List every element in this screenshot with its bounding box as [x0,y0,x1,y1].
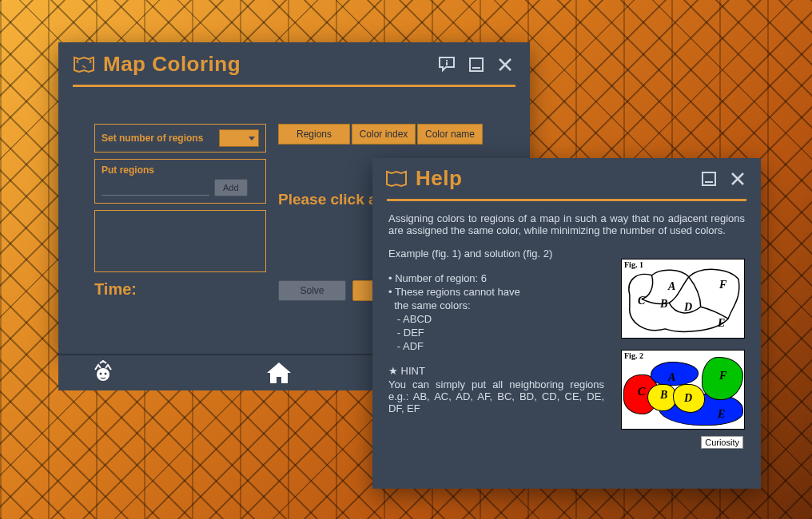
fig1-label: Fig. 1 [624,260,643,269]
help-hint-text: You can simply put all neighboring regio… [388,378,604,414]
svg-point-7 [100,373,102,375]
time-label: Time: [94,280,266,299]
help-bullet-1: • Number of region: 6 [388,272,604,284]
help-group-3: - ADF [388,340,604,352]
put-regions-input[interactable] [102,180,209,196]
regions-list-box [94,210,266,272]
help-window: Help Assigning colors to regions of a ma… [372,158,761,489]
main-title: Map Coloring [103,52,241,77]
svg-rect-9 [703,172,715,185]
home-icon[interactable] [263,357,295,389]
fig2-region-d: D [684,392,692,405]
fig2-region-a: A [668,371,675,384]
set-regions-label: Set number of regions [102,133,214,144]
tab-color-index[interactable]: Color index [352,124,416,145]
help-body: Assigning colors to regions of a map in … [372,201,761,473]
help-intro: Assigning colors to regions of a map in … [388,212,745,236]
help-hint-label: ★ HINT [388,365,604,377]
help-title: Help [416,166,462,191]
app-logo-icon [73,56,95,73]
left-controls: Set number of regions Put regions Add Ti… [94,124,266,299]
fig2-region-c: C [638,386,645,398]
fig2-region-b: B [660,389,667,402]
figure-1: Fig. 1 A B C D E F [621,259,745,339]
fig1-region-f: F [719,279,726,291]
fig1-region-a: A [668,280,675,293]
help-group-1: - ABCD [388,313,604,325]
mascot-icon[interactable] [87,357,119,389]
tab-color-name[interactable]: Color name [417,124,483,145]
fig1-region-d: D [684,301,692,314]
chevron-down-icon [249,137,255,141]
help-logo-icon [385,170,408,188]
info-icon[interactable] [437,54,458,75]
minimize-icon[interactable] [466,54,487,75]
fig2-region-e: E [718,408,725,421]
help-titlebar: Help [372,158,761,194]
fig1-region-b: B [660,298,667,311]
help-group-2: - DEF [388,327,604,339]
put-regions-field: Put regions Add [94,159,266,204]
solve-button[interactable]: Solve [278,280,346,301]
fig1-region-e: E [718,317,725,330]
fig2-label: Fig. 2 [624,351,643,360]
figure-2: Fig. 2 A B C D E F [621,350,745,430]
fig2-region-f: F [719,370,726,382]
svg-rect-0 [446,60,448,61]
main-titlebar: Map Coloring [58,42,530,80]
set-regions-field: Set number of regions [94,124,266,153]
result-tabs: Regions Color index Color name [278,124,518,145]
help-bullet-2: • These regions cannot have [388,286,604,298]
add-button[interactable]: Add [214,179,248,196]
tab-regions[interactable]: Regions [278,124,350,145]
regions-count-dropdown[interactable] [219,129,259,147]
help-example-line: Example (fig. 1) and solution (fig. 2) [388,248,604,260]
fig1-region-c: C [638,295,645,307]
svg-rect-1 [446,62,448,65]
svg-rect-2 [470,58,483,71]
put-regions-label: Put regions [102,164,259,176]
svg-point-8 [105,373,107,375]
curiosity-button[interactable]: Curiosity [701,436,743,449]
help-bullet-2b: the same colors: [388,299,604,311]
help-close-icon[interactable] [727,168,748,189]
help-minimize-icon[interactable] [699,168,719,189]
main-divider [73,85,515,87]
close-icon[interactable] [495,54,515,75]
